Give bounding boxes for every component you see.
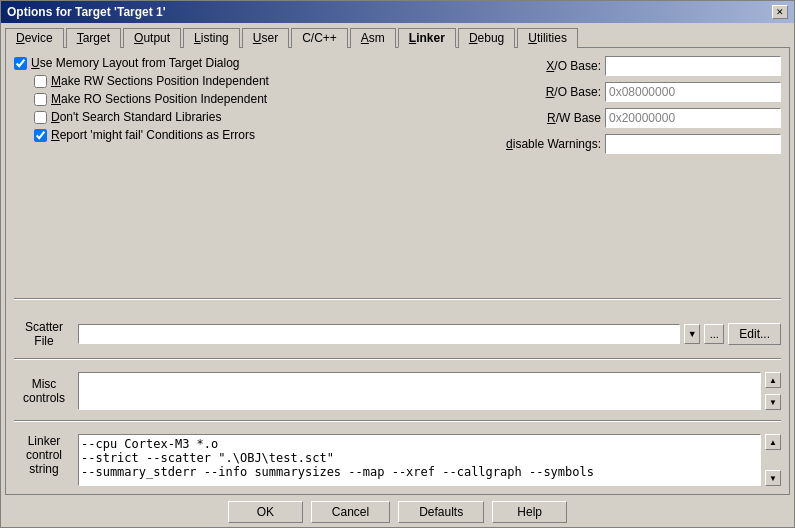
cancel-button[interactable]: Cancel xyxy=(311,501,390,523)
tab-user[interactable]: User xyxy=(242,28,289,48)
xo-base-label: X/O Base: xyxy=(501,59,601,73)
make-rw-sections-row: Make RW Sections Position Independent xyxy=(14,74,493,88)
scatter-separator xyxy=(14,298,781,300)
bottom-buttons: OK Cancel Defaults Help xyxy=(1,495,794,527)
misc-label-text: Misccontrols xyxy=(23,377,65,405)
top-section: Use Memory Layout from Target Dialog Mak… xyxy=(14,56,781,156)
window-title: Options for Target 'Target 1' xyxy=(7,5,166,19)
close-button[interactable]: ✕ xyxy=(772,5,788,19)
make-rw-sections-checkbox[interactable] xyxy=(34,75,47,88)
make-ro-sections-row: Make RO Sections Position Independent xyxy=(14,92,493,106)
scatter-file-input[interactable] xyxy=(78,324,680,344)
linker-textarea[interactable]: --cpu Cortex-M3 *.o --strict --scatter "… xyxy=(78,434,761,486)
misc-label: Misccontrols xyxy=(14,372,74,410)
report-might-fail-label: Report 'might fail' Conditions as Errors xyxy=(51,128,255,142)
scatter-label: ScatterFile xyxy=(14,320,74,348)
tab-debug[interactable]: Debug xyxy=(458,28,515,48)
left-column: Use Memory Layout from Target Dialog Mak… xyxy=(14,56,493,156)
rw-base-label: R/W Base xyxy=(501,111,601,125)
make-ro-sections-checkbox[interactable] xyxy=(34,93,47,106)
xo-base-input[interactable] xyxy=(605,56,781,76)
misc-section: Misccontrols ▲ ▼ xyxy=(14,372,781,410)
title-controls: ✕ xyxy=(772,5,788,19)
disable-warnings-input[interactable] xyxy=(605,134,781,154)
linker-scroll-buttons: ▲ ▼ xyxy=(765,434,781,486)
misc-separator xyxy=(14,358,781,360)
make-rw-sections-label: Make RW Sections Position Independent xyxy=(51,74,269,88)
scatter-section: ScatterFile ▼ ... Edit... xyxy=(14,312,781,348)
tab-output[interactable]: Output xyxy=(123,28,181,48)
title-bar: Options for Target 'Target 1' ✕ xyxy=(1,1,794,23)
tab-listing[interactable]: Listing xyxy=(183,28,240,48)
dont-search-label: Don't Search Standard Libraries xyxy=(51,110,221,124)
linker-label-text: Linkercontrolstring xyxy=(26,434,62,476)
xo-base-row: X/O Base: xyxy=(501,56,781,76)
use-memory-layout-label: Use Memory Layout from Target Dialog xyxy=(31,56,240,70)
linker-label: Linkercontrolstring xyxy=(14,434,74,486)
rw-base-input[interactable] xyxy=(605,108,781,128)
defaults-button[interactable]: Defaults xyxy=(398,501,484,523)
tab-cpp[interactable]: C/C++ xyxy=(291,28,348,48)
ro-base-label: R/O Base: xyxy=(501,85,601,99)
use-memory-layout-row: Use Memory Layout from Target Dialog xyxy=(14,56,493,70)
ok-button[interactable]: OK xyxy=(228,501,303,523)
linker-section: Linkercontrolstring --cpu Cortex-M3 *.o … xyxy=(14,434,781,486)
report-might-fail-checkbox[interactable] xyxy=(34,129,47,142)
ro-base-row: R/O Base: xyxy=(501,82,781,102)
disable-warnings-row: disable Warnings: xyxy=(501,134,781,154)
misc-scroll-up-button[interactable]: ▲ xyxy=(765,372,781,388)
tab-target[interactable]: Target xyxy=(66,28,121,48)
help-button[interactable]: Help xyxy=(492,501,567,523)
tab-device[interactable]: Device xyxy=(5,28,64,48)
tab-asm[interactable]: Asm xyxy=(350,28,396,48)
right-column: X/O Base: R/O Base: R/W Base disable War… xyxy=(501,56,781,156)
make-ro-sections-label: Make RO Sections Position Independent xyxy=(51,92,267,106)
misc-scroll-buttons: ▲ ▼ xyxy=(765,372,781,410)
misc-scroll-down-button[interactable]: ▼ xyxy=(765,394,781,410)
scatter-dropdown-button[interactable]: ▼ xyxy=(684,324,700,344)
rw-base-row: R/W Base xyxy=(501,108,781,128)
disable-warnings-label: disable Warnings: xyxy=(501,137,601,151)
ro-base-input[interactable] xyxy=(605,82,781,102)
dont-search-checkbox[interactable] xyxy=(34,111,47,124)
linker-separator xyxy=(14,420,781,422)
scatter-edit-button[interactable]: Edit... xyxy=(728,323,781,345)
tab-utilities[interactable]: Utilities xyxy=(517,28,578,48)
dont-search-row: Don't Search Standard Libraries xyxy=(14,110,493,124)
linker-scroll-up-button[interactable]: ▲ xyxy=(765,434,781,450)
use-memory-layout-checkbox[interactable] xyxy=(14,57,27,70)
scatter-label-text: ScatterFile xyxy=(25,320,63,348)
linker-scroll-down-button[interactable]: ▼ xyxy=(765,470,781,486)
scatter-ellipsis-button[interactable]: ... xyxy=(704,324,724,344)
main-window: Options for Target 'Target 1' ✕ Device T… xyxy=(0,0,795,528)
tab-linker[interactable]: Linker xyxy=(398,28,456,48)
report-might-fail-row: Report 'might fail' Conditions as Errors xyxy=(14,128,493,142)
content-area: Use Memory Layout from Target Dialog Mak… xyxy=(5,47,790,495)
misc-textarea[interactable] xyxy=(78,372,761,410)
tab-bar: Device Target Output Listing User C/C++ … xyxy=(1,23,794,47)
